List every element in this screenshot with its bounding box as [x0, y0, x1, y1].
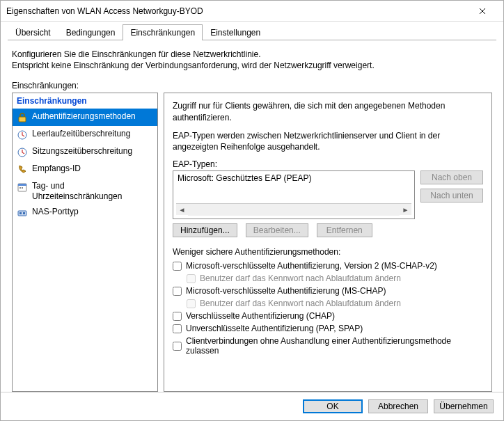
- move-down-button[interactable]: Nach unten: [420, 189, 483, 202]
- svg-rect-0: [19, 117, 26, 122]
- constraint-label: NAS-Porttyp: [32, 207, 79, 216]
- svg-rect-4: [18, 184, 26, 186]
- remove-button[interactable]: Entfernen: [317, 223, 372, 237]
- check-mschap-expire: Benutzer darf das Kennwort nach Ablaufda…: [187, 299, 483, 308]
- panes: Einschränkungen Authentifizierungsmethod…: [12, 93, 492, 392]
- dialog-button-bar: OK Abbrechen Übernehmen: [1, 392, 503, 420]
- close-button[interactable]: [466, 1, 498, 21]
- check-mschapv2[interactable]: Microsoft-verschlüsselte Authentifizieru…: [173, 261, 483, 271]
- check-label: Unverschlüsselte Authentifizierung (PAP,…: [186, 324, 363, 333]
- tab-einschraenkungen[interactable]: Einschränkungen: [123, 24, 203, 40]
- eap-button-row: Hinzufügen... Bearbeiten... Entfernen: [173, 223, 415, 237]
- titlebar: Eigenschaften von WLAN Access Networkguy…: [1, 1, 503, 22]
- add-button[interactable]: Hinzufügen...: [173, 223, 237, 237]
- check-label: Clientverbindungen ohne Aushandlung eine…: [186, 336, 483, 356]
- constraint-item-auth[interactable]: Authentifizierungsmethoden: [13, 109, 157, 126]
- check-label: Benutzer darf das Kennwort nach Ablaufda…: [200, 299, 401, 308]
- eap-row: Microsoft: Geschütztes EAP (PEAP) ◄ ► Hi…: [173, 170, 483, 237]
- check-pap[interactable]: Unverschlüsselte Authentifizierung (PAP,…: [173, 324, 483, 333]
- eap-left: Microsoft: Geschütztes EAP (PEAP) ◄ ► Hi…: [173, 170, 415, 237]
- constraints-caption: Einschränkungen:: [12, 81, 492, 90]
- edit-button[interactable]: Bearbeiten...: [246, 223, 308, 237]
- tab-einstellungen[interactable]: Einstellungen: [203, 24, 268, 40]
- content-area: Konfigurieren Sie die Einschränkungen fü…: [1, 40, 503, 392]
- detail-text-1: Zugriff nur für Clients gewähren, die si…: [173, 100, 483, 122]
- check-mschap[interactable]: Microsoft-verschlüsselte Authentifizieru…: [173, 286, 483, 296]
- close-icon: [479, 8, 486, 15]
- apply-button[interactable]: Übernehmen: [434, 399, 494, 413]
- check-label: Microsoft-verschlüsselte Authentifizieru…: [186, 286, 386, 296]
- dialog-window: Eigenschaften von WLAN Access Networkguy…: [0, 0, 504, 421]
- constraint-label: Tag- und Uhrzeiteinschränkungen: [32, 181, 153, 201]
- constraint-item-session[interactable]: Sitzungszeitüberschreitung: [13, 143, 157, 161]
- eap-types-label: EAP-Typen:: [173, 159, 483, 169]
- check-label: Benutzer darf das Kennwort nach Ablaufda…: [200, 273, 401, 283]
- svg-rect-5: [19, 187, 21, 189]
- check-label: Verschlüsselte Authentifizierung (CHAP): [186, 311, 335, 321]
- constraint-label: Authentifizierungsmethoden: [32, 111, 136, 121]
- eap-right: Nach oben Nach unten: [420, 170, 483, 237]
- tab-strip: Übersicht Bedingungen Einschränkungen Ei…: [1, 22, 503, 40]
- check-no-negotiate[interactable]: Clientverbindungen ohne Aushandlung eine…: [173, 336, 483, 356]
- check-chap[interactable]: Verschlüsselte Authentifizierung (CHAP): [173, 311, 483, 321]
- window-title: Eigenschaften von WLAN Access Networkguy…: [6, 6, 466, 16]
- constraint-item-nas-port[interactable]: NAS-Porttyp: [13, 204, 157, 221]
- check-pap-box[interactable]: [173, 324, 182, 333]
- clock-session-icon: [17, 147, 28, 158]
- check-mschapv2-box[interactable]: [173, 262, 182, 271]
- tab-uebersicht[interactable]: Übersicht: [8, 24, 58, 40]
- constraint-label: Sitzungszeitüberschreitung: [32, 146, 132, 156]
- check-chap-box[interactable]: [173, 312, 182, 321]
- detail-text-2: EAP-Typen werden zwischen Netzwerkrichtl…: [173, 130, 483, 152]
- nas-port-icon: [17, 207, 28, 219]
- detail-pane: Zugriff nur für Clients gewähren, die si…: [164, 93, 492, 392]
- check-mschap-box[interactable]: [173, 287, 182, 296]
- svg-rect-8: [19, 212, 22, 214]
- svg-rect-6: [22, 187, 23, 189]
- constraint-label: Leerlaufzeitüberschreitung: [32, 129, 130, 138]
- tab-bedingungen[interactable]: Bedingungen: [58, 24, 123, 40]
- intro-text: Konfigurieren Sie die Einschränkungen fü…: [12, 49, 492, 71]
- eap-horizontal-scrollbar[interactable]: ◄ ►: [176, 203, 411, 215]
- intro-line1: Konfigurieren Sie die Einschränkungen fü…: [12, 49, 492, 60]
- calendar-icon: [17, 182, 28, 193]
- eap-types-listbox[interactable]: Microsoft: Geschütztes EAP (PEAP) ◄ ►: [173, 170, 415, 219]
- check-label: Microsoft-verschlüsselte Authentifizieru…: [186, 261, 437, 271]
- cancel-button[interactable]: Abbrechen: [368, 399, 428, 413]
- constraints-list: Einschränkungen Authentifizierungsmethod…: [12, 93, 158, 392]
- svg-rect-7: [18, 211, 26, 216]
- check-no-negotiate-box[interactable]: [173, 342, 182, 351]
- move-up-button[interactable]: Nach oben: [420, 170, 483, 184]
- eap-type-item[interactable]: Microsoft: Geschütztes EAP (PEAP): [176, 173, 411, 184]
- constraints-header: Einschränkungen: [13, 93, 157, 109]
- constraint-item-idle[interactable]: Leerlaufzeitüberschreitung: [13, 126, 157, 143]
- scroll-left-arrow-icon[interactable]: ◄: [176, 204, 188, 216]
- svg-rect-9: [23, 212, 25, 214]
- ok-button[interactable]: OK: [303, 399, 363, 413]
- lock-icon: [17, 112, 28, 123]
- scroll-right-arrow-icon[interactable]: ►: [400, 204, 411, 216]
- constraint-label: Empfangs-ID: [32, 164, 81, 173]
- less-secure-label: Weniger sichere Authentifizierungsmethod…: [173, 247, 483, 257]
- scroll-track[interactable]: [188, 204, 400, 216]
- check-mschapv2-expire-box: [187, 274, 196, 283]
- check-mschapv2-expire: Benutzer darf das Kennwort nach Ablaufda…: [187, 273, 483, 283]
- intro-line2: Entspricht keine Einschränkung der Verbi…: [12, 60, 492, 71]
- constraint-item-called-id[interactable]: Empfangs-ID: [13, 161, 157, 178]
- phone-icon: [17, 164, 28, 175]
- check-mschap-expire-box: [187, 299, 196, 308]
- constraint-item-daytime[interactable]: Tag- und Uhrzeiteinschränkungen: [13, 178, 157, 204]
- clock-idle-icon: [17, 129, 28, 141]
